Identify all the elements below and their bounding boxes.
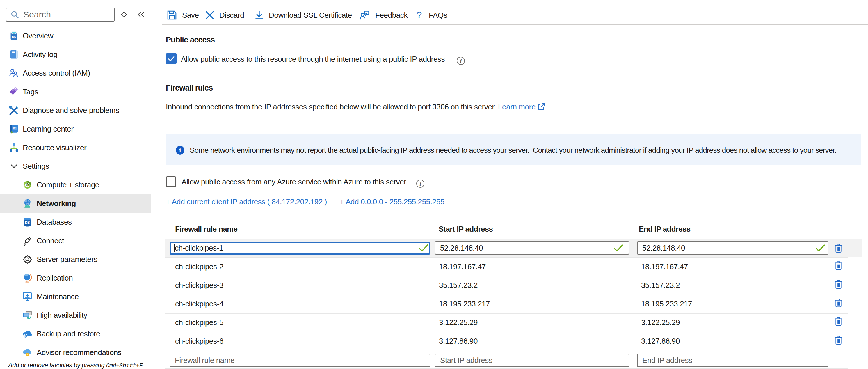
svg-text:DB: DB	[25, 221, 30, 225]
svg-text:My: My	[12, 35, 17, 39]
svg-text:101: 101	[12, 127, 17, 130]
